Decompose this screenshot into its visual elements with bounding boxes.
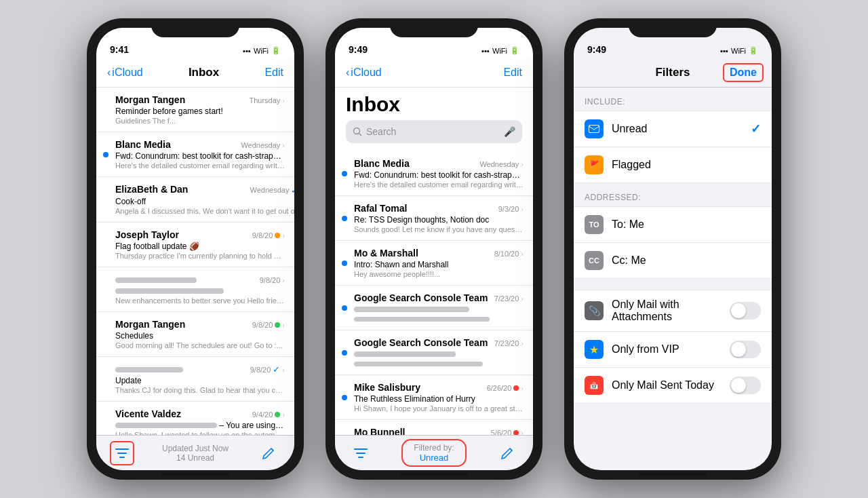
screen-3: 9:49 ▪▪▪ WiFi 🔋 Filters Done INCLUDE: (574, 28, 772, 470)
mail-item-3[interactable]: ElizaBeth & Dan Wednesday ✓ › Cook-off A… (96, 177, 294, 223)
signal-icon: ▪▪▪ (243, 47, 251, 55)
notch-2 (390, 18, 478, 37)
compose-button-2[interactable] (495, 441, 519, 465)
filter-button-2[interactable] (349, 441, 373, 465)
filter-attachments[interactable]: 📎 Only Mail with Attachments (574, 290, 772, 332)
time-2: 9:49 (349, 44, 368, 55)
edit-button-2[interactable]: Edit (503, 66, 522, 79)
vip-icon: ★ (585, 340, 604, 359)
cc-me-label: Cc: Me (612, 254, 761, 267)
status-icons-2: ▪▪▪ WiFi 🔋 (481, 46, 519, 55)
wifi-icon: WiFi (254, 47, 269, 55)
unread-label: Unread (612, 123, 751, 135)
signal-icon-2: ▪▪▪ (481, 47, 490, 55)
today-icon: 📅 (585, 376, 604, 395)
inbox-title-bar: Inbox Search 🎤 (335, 88, 533, 151)
vip-toggle[interactable] (730, 341, 761, 358)
mail-item-2[interactable]: Blanc Media Wednesday › Fwd: Conundrum: … (96, 132, 294, 177)
svg-point-3 (354, 128, 360, 134)
back-button-1[interactable]: ‹ iCloud (107, 66, 143, 79)
filter-button-1[interactable] (110, 441, 134, 465)
attachment-icon: 📎 (585, 301, 604, 320)
svg-rect-1 (117, 453, 127, 454)
status-icons-3: ▪▪▪ WiFi 🔋 (720, 46, 758, 55)
search-bar[interactable]: Search 🎤 (346, 120, 522, 143)
spacer (574, 279, 772, 290)
notch-1 (151, 18, 239, 37)
signal-icon-3: ▪▪▪ (720, 47, 728, 55)
vip-label: Only from VIP (612, 343, 730, 356)
today-label: Only Mail Sent Today (612, 379, 730, 391)
attachment-label: Only Mail with Attachments (612, 299, 730, 323)
search-placeholder: Search (366, 126, 500, 137)
mail-item-1[interactable]: Morgan Tangen Thursday › Reminder before… (96, 88, 294, 132)
svg-rect-5 (356, 453, 366, 454)
unread-checkmark: ✓ (751, 121, 761, 136)
mail-item-2-7[interactable]: Mo Bunnell 5/6/20 › Intro: Ryan and Shaw… (335, 420, 533, 435)
mic-icon: 🎤 (504, 126, 515, 137)
filter-flagged[interactable]: 🚩 Flagged (574, 147, 772, 183)
mail-item-8[interactable]: Vicente Valdez 9/4/20 › – You are using … (96, 402, 294, 435)
filters-nav: Filters Done (574, 58, 772, 88)
to-me-icon: TO (585, 215, 604, 234)
mail-item-2-6[interactable]: Mike Salisbury 6/26/20 › The Ruthless El… (335, 375, 533, 420)
battery-icon-3: 🔋 (749, 46, 758, 55)
time-3: 9:49 (587, 44, 606, 55)
toolbar-center-2: Filtered by: Unread (373, 439, 495, 467)
unread-icon (585, 119, 604, 138)
addressed-label: ADDRESSED: (574, 183, 772, 206)
filter-vip[interactable]: ★ Only from VIP (574, 332, 772, 368)
filter-cc-me[interactable]: CC Cc: Me (574, 243, 772, 279)
mail-item-2-4[interactable]: Google Search Console Team 7/23/20 › (335, 286, 533, 330)
compose-button-1[interactable] (256, 441, 281, 465)
extras-group: 📎 Only Mail with Attachments ★ Only from… (574, 290, 772, 404)
home-indicator-3 (639, 473, 707, 476)
screen-2: 9:49 ▪▪▪ WiFi 🔋 ‹ iCloud Edit Inbox (335, 28, 533, 470)
mail-list-2: Blanc Media Wednesday › Fwd: Conundrum: … (335, 151, 533, 435)
toolbar-1: Updated Just Now 14 Unread (96, 435, 294, 470)
notch-3 (629, 18, 717, 37)
toolbar-2: Filtered by: Unread (335, 435, 533, 470)
mail-item-5[interactable]: 9/8/20 › New enhancements to better serv… (96, 267, 294, 312)
flagged-icon: 🚩 (585, 155, 604, 174)
svg-rect-2 (119, 457, 125, 458)
filter-today[interactable]: 📅 Only Mail Sent Today (574, 368, 772, 404)
attachment-toggle[interactable] (730, 302, 761, 320)
wifi-icon-2: WiFi (492, 47, 507, 55)
search-icon (353, 127, 362, 136)
svg-rect-4 (354, 448, 368, 450)
done-button[interactable]: Done (723, 63, 764, 82)
include-label: INCLUDE: (574, 88, 772, 111)
mail-item-2-3[interactable]: Mo & Marshall 8/10/20 › Intro: Shawn and… (335, 241, 533, 286)
inbox-large-title: Inbox (346, 93, 522, 116)
filters-content: INCLUDE: Unread ✓ 🚩 (574, 88, 772, 470)
mail-item-2-1[interactable]: Blanc Media Wednesday › Fwd: Conundrum: … (335, 151, 533, 196)
scene: 9:41 ▪▪▪ WiFi 🔋 ‹ iCloud Inbox Edit Morg… (0, 0, 868, 498)
mail-item-2-2[interactable]: Rafal Tomal 9/3/20 › Re: TSS Design thou… (335, 196, 533, 241)
phone-2: 9:49 ▪▪▪ WiFi 🔋 ‹ iCloud Edit Inbox (326, 18, 542, 480)
phone-3: 9:49 ▪▪▪ WiFi 🔋 Filters Done INCLUDE: (564, 18, 781, 480)
mail-item-2-5[interactable]: Google Search Console Team 7/23/20 › (335, 330, 533, 375)
home-indicator-2 (400, 473, 468, 476)
battery-icon-2: 🔋 (510, 46, 519, 55)
inbox-title-1: Inbox (189, 66, 219, 79)
home-indicator-1 (161, 473, 229, 476)
filter-unread[interactable]: Unread ✓ (574, 111, 772, 147)
wifi-icon-3: WiFi (731, 47, 746, 55)
time-1: 9:41 (110, 44, 129, 55)
filter-to-me[interactable]: TO To: Me (574, 206, 772, 243)
include-group: Unread ✓ 🚩 Flagged (574, 111, 772, 183)
mail-item-6[interactable]: Morgan Tangen 9/8/20 › Schedules Good mo… (96, 312, 294, 357)
mail-item-7[interactable]: 9/8/20 ✓ › Update Thanks CJ for doing th… (96, 357, 294, 402)
to-me-label: To: Me (612, 218, 761, 231)
toolbar-center-1: Updated Just Now 14 Unread (134, 444, 256, 463)
back-button-2[interactable]: ‹ iCloud (346, 66, 382, 79)
mail-item-4[interactable]: Joseph Taylor 9/8/20 › Flag football upd… (96, 223, 294, 267)
edit-button-1[interactable]: Edit (264, 66, 283, 79)
addressed-group: TO To: Me CC Cc: Me (574, 206, 772, 279)
svg-rect-6 (358, 457, 363, 458)
nav-bar-2: ‹ iCloud Edit (335, 58, 533, 88)
mail-list-1: Morgan Tangen Thursday › Reminder before… (96, 88, 294, 435)
nav-bar-1: ‹ iCloud Inbox Edit (96, 58, 294, 88)
today-toggle[interactable] (730, 377, 761, 394)
